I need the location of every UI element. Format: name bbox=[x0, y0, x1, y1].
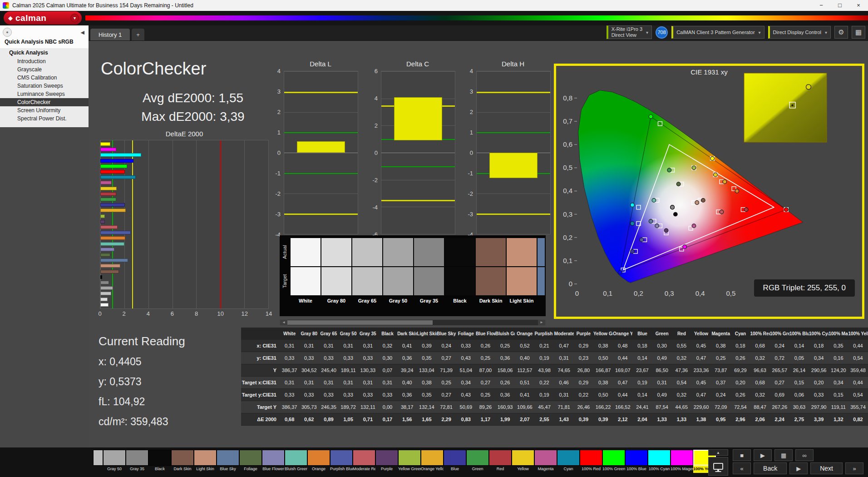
table-cell: 2,07 bbox=[515, 417, 534, 422]
bar-row bbox=[100, 248, 268, 251]
palette-item-light-skin[interactable]: Light Skin bbox=[194, 450, 217, 473]
swatch-row: Target bbox=[280, 267, 546, 295]
palette-item-purplish-blue[interactable]: Purplish Blue bbox=[330, 450, 353, 473]
sidebar-item-grayscale[interactable]: Grayscale bbox=[0, 65, 89, 74]
table-cell: 166,22 bbox=[593, 404, 613, 410]
layout-grid-button[interactable]: ▦ bbox=[852, 26, 865, 39]
palette-item-green[interactable]: Green bbox=[466, 450, 489, 473]
palette-item-100-green[interactable]: 100% Green bbox=[602, 450, 625, 473]
stop-button[interactable]: ■ bbox=[733, 449, 751, 461]
meter-badge[interactable]: 708 bbox=[656, 26, 668, 39]
meter-dropdown[interactable]: X-Rite i1Pro 3 Direct View ▾ bbox=[607, 25, 652, 39]
palette-item-100-cyan[interactable]: 100% Cyan bbox=[648, 450, 671, 473]
sidebar-item-saturation-sweeps[interactable]: Saturation Sweeps bbox=[0, 82, 89, 90]
swatch-scrollbar[interactable]: ◄ ► bbox=[280, 319, 546, 326]
sidebar-item-colorchecker[interactable]: ColorChecker bbox=[0, 98, 89, 106]
column-header: Orange bbox=[515, 331, 534, 336]
table-header-row: WhiteGray 80Gray 65Gray 50Gray 35BlackDa… bbox=[241, 328, 868, 340]
table-cell: 51,04 bbox=[456, 368, 476, 373]
back-button[interactable]: Back bbox=[754, 462, 787, 474]
table-cell: 0,32 bbox=[672, 392, 691, 398]
sidebar-item-spectral-power-dist[interactable]: Spectral Power Dist. bbox=[0, 114, 89, 123]
palette-item-magenta[interactable]: Magenta bbox=[534, 450, 557, 473]
table-cell: 0,32 bbox=[750, 355, 770, 361]
sidebar-item-screen-uniformity[interactable]: Screen Uniformity bbox=[0, 106, 89, 114]
minimize-button[interactable]: − bbox=[814, 0, 829, 11]
scroll-left-icon[interactable]: ◄ bbox=[280, 320, 287, 325]
table-cell: 0,33 bbox=[456, 343, 476, 348]
palette-item-100-blue[interactable]: 100% Blue bbox=[625, 450, 648, 473]
palette-swatch-partial bbox=[93, 450, 103, 473]
palette-item-red[interactable]: Red bbox=[489, 450, 512, 473]
table-cell: 2,55 bbox=[534, 417, 554, 422]
palette-item-gray-35[interactable]: Gray 35 bbox=[126, 450, 148, 473]
tolerance-line-yellow bbox=[381, 200, 455, 201]
palette-item-100-red[interactable]: 100% Red bbox=[580, 450, 602, 473]
scrollbar-thumb[interactable] bbox=[287, 320, 433, 325]
palette-item-moderate-red[interactable]: Moderate Red bbox=[353, 450, 375, 473]
sidebar-item-luminance-sweeps[interactable]: Luminance Sweeps bbox=[0, 90, 89, 98]
color-swatch bbox=[398, 450, 421, 466]
palette-item-yellow-green[interactable]: Yellow Green bbox=[398, 450, 421, 473]
table-cell: 0,47 bbox=[691, 355, 711, 361]
scrollbar-track[interactable] bbox=[287, 320, 538, 325]
palette-item-blue-flower[interactable]: Blue Flower bbox=[262, 450, 285, 473]
column-header: Bluish Green bbox=[495, 331, 515, 336]
play-button[interactable]: ▶ bbox=[754, 449, 772, 461]
display-preview-button[interactable] bbox=[708, 457, 728, 476]
palette-item-foliage[interactable]: Foliage bbox=[239, 450, 262, 473]
cie-measured-point bbox=[649, 219, 653, 224]
sidebar-item-cms-calibration[interactable]: CMS Calibration bbox=[0, 74, 89, 82]
palette-item-bluish-green[interactable]: Bluish Green bbox=[285, 450, 307, 473]
column-header: Purplish Blue bbox=[534, 331, 554, 336]
max-de2000: Max dE2000: 3,39 bbox=[95, 108, 291, 126]
calman-logo[interactable]: ◆ calman ▾ bbox=[4, 11, 82, 25]
last-page-button[interactable]: » bbox=[845, 462, 863, 474]
sidebar-collapse-icon[interactable]: ◀ bbox=[79, 30, 86, 35]
next-button[interactable]: Next bbox=[810, 462, 843, 474]
palette-item-blue[interactable]: Blue bbox=[444, 450, 466, 473]
display-control-dropdown[interactable]: Direct Display Control ▾ bbox=[768, 26, 831, 39]
palette-item-orange-yellow[interactable]: Orange Yellow bbox=[421, 450, 444, 473]
pattern-generator-dropdown[interactable]: CalMAN Client 3 Pattern Generator ▾ bbox=[671, 26, 764, 39]
row-label: Target y:CIE31 bbox=[241, 392, 280, 398]
first-page-button[interactable]: « bbox=[733, 462, 751, 474]
workflow-nav-button[interactable]: ● bbox=[3, 28, 12, 37]
table-cell: 0,23 bbox=[574, 355, 593, 361]
maximize-button[interactable]: □ bbox=[832, 0, 848, 11]
table-cell: 0,25 bbox=[711, 355, 730, 361]
palette-item-blue-sky[interactable]: Blue Sky bbox=[217, 450, 239, 473]
chevrons-right-icon: » bbox=[853, 465, 856, 472]
palette-item-black[interactable]: Black bbox=[148, 450, 171, 473]
read-button[interactable]: ▶ bbox=[789, 462, 808, 474]
table-cell: 0,27 bbox=[437, 392, 456, 398]
bar bbox=[489, 153, 538, 178]
palette-item-100-magenta[interactable]: 100% Magenta bbox=[671, 450, 693, 473]
palette-item-purple[interactable]: Purple bbox=[375, 450, 398, 473]
sidebar-item-introduction[interactable]: Introduction bbox=[0, 57, 89, 65]
tab-history-1[interactable]: History 1 bbox=[90, 29, 130, 40]
grid-line bbox=[284, 194, 358, 194]
table-cell: 386,37 bbox=[280, 404, 299, 410]
palette-item-cyan[interactable]: Cyan bbox=[557, 450, 580, 473]
logo-menu-button[interactable]: ▾ bbox=[70, 14, 79, 22]
save-button[interactable]: ▦ bbox=[774, 449, 793, 461]
axis-tick-label: 0 bbox=[277, 149, 281, 156]
palette-item-orange[interactable]: Orange bbox=[307, 450, 330, 473]
color-swatch bbox=[126, 450, 148, 466]
bar-row bbox=[100, 253, 268, 257]
settings-gear-button[interactable]: ⚙ bbox=[834, 26, 848, 39]
sidebar-item-quick-analysis[interactable]: Quick Analysis bbox=[0, 48, 89, 57]
target-line-green bbox=[477, 132, 550, 133]
table-cell: 0,18 bbox=[809, 343, 829, 348]
continuous-measure-button[interactable]: ∞ bbox=[795, 449, 814, 461]
palette-up-button[interactable]: ▲ bbox=[708, 449, 728, 456]
scroll-right-icon[interactable]: ► bbox=[538, 320, 545, 325]
palette-item-yellow[interactable]: Yellow bbox=[512, 450, 534, 473]
add-tab-button[interactable]: + bbox=[132, 29, 144, 40]
table-cell: 0,32 bbox=[750, 392, 770, 398]
palette-item-gray-50[interactable]: Gray 50 bbox=[103, 450, 126, 473]
palette-item-dark-skin[interactable]: Dark Skin bbox=[171, 450, 194, 473]
table-cell: 0,24 bbox=[770, 343, 789, 348]
close-button[interactable]: × bbox=[851, 0, 866, 11]
